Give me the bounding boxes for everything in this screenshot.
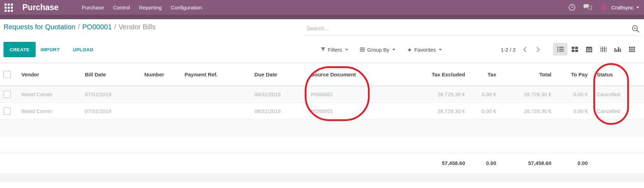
favorites-dropdown[interactable]: ★ Favorites (407, 47, 442, 53)
kanban-icon (572, 47, 578, 52)
cell-vendor: Wood Corner (17, 103, 80, 120)
cell-tax-excluded: 28,729.30 € (370, 86, 470, 103)
apps-menu-icon[interactable] (5, 3, 13, 12)
upload-button[interactable]: UPLOAD (73, 42, 93, 57)
empty-row (0, 120, 644, 136)
row-checkbox[interactable] (3, 91, 11, 98)
breadcrumb: Requests for Quotation/PO00001/Vendor Bi… (3, 23, 155, 31)
cell-status: Cancelled (592, 103, 644, 120)
breadcrumb-current: Vendor Bills (118, 23, 155, 31)
star-icon: ★ (407, 47, 412, 52)
main-menu: Purchase Control Reporting Configuration (77, 0, 207, 15)
bill-row-1[interactable]: Wood Corner 07/31/2019 08/31/2019 PO0000… (0, 86, 644, 103)
cell-due-date: 08/31/2019 (250, 103, 306, 120)
cell-total: 28,729.30 € (501, 103, 556, 120)
total-tax-excluded: 57,458.60 (370, 153, 470, 173)
row-checkbox[interactable] (3, 107, 11, 115)
app-title: Purchase (22, 0, 59, 15)
column-header-bill-date[interactable]: Bill Date (80, 63, 140, 86)
table-header-row: Vendor Bill Date Number Payment Ref. Due… (0, 63, 644, 86)
messages-chat-icon[interactable] (583, 4, 592, 11)
cell-tax: 0.00 € (470, 86, 501, 103)
pager-range[interactable]: 1-2 / 2 (501, 47, 516, 53)
breadcrumb-po00001[interactable]: PO00001 (82, 23, 112, 31)
user-avatar: S (600, 3, 609, 12)
breadcrumb-separator: / (112, 23, 119, 31)
pager-previous-icon[interactable] (521, 45, 529, 54)
search-options-bar: Filters Group By ★ Favorites (321, 42, 442, 57)
user-menu[interactable]: S Craftsync (600, 3, 639, 12)
column-header-to-pay[interactable]: To Pay (556, 63, 592, 86)
cell-to-pay: 0.00 € (556, 86, 592, 103)
column-header-payment-ref[interactable]: Payment Ref. (180, 63, 250, 86)
cell-source-document: PO00001 (306, 103, 370, 120)
pivot-view-button[interactable] (596, 43, 610, 55)
filters-dropdown[interactable]: Filters (321, 47, 348, 53)
column-header-number[interactable]: Number (140, 63, 180, 86)
chevron-down-icon (636, 7, 639, 8)
activities-clock-icon[interactable] (568, 3, 576, 11)
row-select-cell (0, 86, 17, 103)
cell-source-document: PO00001 (306, 86, 370, 103)
column-header-total[interactable]: Total (501, 63, 556, 86)
kanban-view-button[interactable] (567, 43, 582, 55)
group-by-dropdown[interactable]: Group By (360, 47, 395, 53)
list-view-button[interactable] (553, 43, 567, 55)
cell-number (140, 86, 180, 103)
favorites-label: Favorites (414, 47, 436, 53)
bar-chart-icon (614, 46, 621, 52)
odoo-purchase-app: Purchase Purchase Control Reporting Conf… (0, 0, 644, 188)
breadcrumb-requests-for-quotation[interactable]: Requests for Quotation (3, 23, 75, 31)
total-tax: 0.00 (470, 153, 501, 173)
create-button[interactable]: CREATE (3, 42, 36, 57)
totals-row: 57,458.60 0.00 57,458.60 0.00 (0, 153, 644, 173)
breadcrumb-separator: / (75, 23, 82, 31)
menu-control[interactable]: Control (108, 5, 134, 10)
empty-row (0, 136, 644, 153)
menu-purchase[interactable]: Purchase (77, 5, 108, 10)
total-to-pay: 0.00 (556, 153, 592, 173)
search-input[interactable] (306, 24, 624, 33)
cell-tax-excluded: 28,729.30 € (370, 103, 470, 120)
top-navbar: Purchase Purchase Control Reporting Conf… (0, 0, 644, 15)
view-switcher (553, 43, 639, 55)
column-header-source-document[interactable]: Source Document (306, 63, 370, 86)
import-button[interactable]: IMPORT (41, 42, 60, 57)
cell-tax: 0.00 € (470, 103, 501, 120)
chevron-down-icon (345, 49, 348, 51)
pager-next-icon[interactable] (534, 45, 542, 54)
graph-view-button[interactable] (610, 43, 625, 55)
column-header-tax[interactable]: Tax (470, 63, 501, 86)
cell-total: 28,729.30 € (501, 86, 556, 103)
grid-icon (629, 47, 635, 52)
menu-configuration[interactable]: Configuration (166, 5, 207, 10)
search-icon[interactable] (631, 24, 641, 34)
group-by-bars-icon (360, 47, 365, 52)
cell-bill-date: 07/31/2019 (80, 103, 140, 120)
filters-label: Filters (328, 47, 342, 53)
activity-view-button[interactable] (625, 43, 639, 55)
cell-status: Cancelled (592, 86, 644, 103)
calendar-view-button[interactable] (582, 43, 596, 55)
systray: S Craftsync (568, 0, 639, 15)
group-by-label: Group By (367, 47, 389, 53)
vendor-bills-table: Vendor Bill Date Number Payment Ref. Due… (0, 63, 644, 173)
column-header-vendor[interactable]: Vendor (17, 63, 80, 86)
column-header-tax-excluded[interactable]: Tax Excluded (370, 63, 470, 86)
cell-number (140, 103, 180, 120)
column-header-due-date[interactable]: Due Date (250, 63, 306, 86)
list-icon (557, 46, 564, 52)
cell-to-pay: 0.00 € (556, 103, 592, 120)
cell-due-date: 08/31/2019 (250, 86, 306, 103)
cell-payment-ref (180, 103, 250, 120)
pager: 1-2 / 2 (501, 42, 542, 57)
column-header-status[interactable]: Status (592, 63, 644, 86)
user-name: Craftsync (612, 5, 634, 10)
select-all-checkbox[interactable] (3, 71, 11, 78)
menu-reporting[interactable]: Reporting (135, 5, 166, 10)
bill-row-2[interactable]: Wood Corner 07/31/2019 08/31/2019 PO0000… (0, 103, 644, 120)
chevron-down-icon (439, 49, 442, 51)
search-bar (304, 23, 641, 36)
chevron-down-icon (392, 49, 395, 51)
calendar-icon (586, 46, 592, 52)
